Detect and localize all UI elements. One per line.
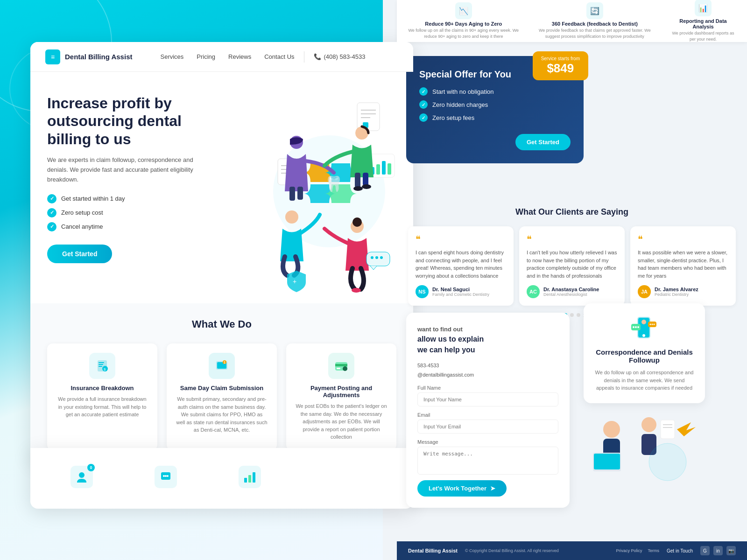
- price-badge: Service starts from $849: [533, 51, 588, 80]
- nav-link-services[interactable]: Services: [160, 53, 183, 60]
- contact-form-section: want to find out allow us to explain we …: [406, 313, 570, 508]
- author-name-3: Dr. James Alvarez: [655, 287, 698, 292]
- social-icon-linkedin[interactable]: in: [713, 546, 723, 555]
- dot-2[interactable]: [570, 313, 574, 317]
- bottom-service-2: [142, 466, 189, 491]
- service-card-payment: Payment Posting and Adjustments We post …: [286, 343, 396, 450]
- hero-illustration: 🦷: [254, 84, 404, 299]
- footer-link-terms[interactable]: Terms: [648, 548, 660, 553]
- svg-point-27: [352, 288, 361, 293]
- author-title-3: Pediatric Dentistry: [655, 292, 698, 297]
- svg-rect-12: [376, 164, 380, 175]
- get-started-button[interactable]: Get Started: [47, 245, 112, 263]
- svg-text:+: +: [293, 278, 296, 285]
- svg-point-64: [650, 324, 651, 325]
- email-label: Email: [417, 412, 558, 418]
- svg-rect-21: [363, 173, 368, 186]
- svg-rect-54: [248, 475, 251, 483]
- message-textarea[interactable]: [417, 447, 558, 475]
- nav-divider: [304, 51, 304, 63]
- svg-rect-17: [289, 187, 295, 201]
- author-title-2: Dental Anesthesiologist: [543, 292, 599, 297]
- service-desc-insurance: We provide a full insurance breakdown in…: [56, 395, 148, 419]
- testimonials-title: What Our Clients are Saying: [408, 207, 736, 217]
- navbar: ≡ Dental Billing Assist Services Pricing…: [30, 42, 413, 72]
- footer: Dental Billing Assist © Copyright Dental…: [397, 541, 747, 560]
- offer-feature-3: Zero setup fees: [419, 113, 571, 122]
- author-avatar-2: AC: [527, 285, 540, 298]
- svg-point-23: [362, 184, 371, 189]
- svg-point-30: [371, 256, 374, 259]
- nav-link-contact[interactable]: Contact Us: [264, 53, 294, 60]
- svg-rect-53: [244, 478, 247, 483]
- offer-check-2: [419, 100, 428, 109]
- svg-point-60: [633, 326, 634, 328]
- email-input[interactable]: [417, 420, 558, 434]
- mini-service-desc-reporting: We provide dashboard reports as per your…: [670, 30, 736, 42]
- testimonial-card-2: ❝ I can't tell you how utterly relieved …: [519, 226, 625, 306]
- svg-point-51: [165, 475, 167, 477]
- svg-point-52: [167, 475, 169, 477]
- svg-rect-36: [99, 366, 102, 367]
- offer-get-started-button[interactable]: Get Started: [515, 134, 571, 150]
- quote-icon-3: ❝: [638, 234, 728, 245]
- svg-point-26: [352, 217, 362, 227]
- footer-link-privacy[interactable]: Privacy Policy: [616, 548, 642, 553]
- nav-link-reviews[interactable]: Reviews: [228, 53, 251, 60]
- mini-service-desc-aging: We follow up on all the claims in 90+ ag…: [408, 28, 519, 39]
- mini-service-aging: 📉 Reduce 90+ Days Aging to Zero We follo…: [408, 2, 519, 39]
- footer-brand: Dental Billing Assist: [408, 548, 458, 553]
- bottom-services-row: 0: [30, 448, 413, 509]
- offer-feature-2: Zero hidden charges: [419, 100, 571, 109]
- check-icon-2: [47, 208, 56, 217]
- social-icon-g[interactable]: G: [700, 546, 710, 555]
- offer-feature-1: Start with no obligation: [419, 87, 571, 96]
- svg-point-47: [79, 472, 85, 478]
- service-card-claim: 1 Same Day Claim Submission We submit pr…: [167, 343, 277, 450]
- right-panel: 📉 Reduce 90+ Days Aging to Zero We follo…: [397, 0, 747, 560]
- service-card-insurance: $ Insurance Breakdown We provide a full …: [47, 343, 157, 450]
- lets-work-button[interactable]: Let's Work Together ➤: [417, 480, 507, 497]
- special-offer-card: Service starts from $849 Special Offer f…: [406, 56, 584, 163]
- svg-point-68: [603, 421, 620, 438]
- mini-service-name-reporting: Reporting and Data Analysis: [670, 18, 736, 29]
- testimonial-author-3: JA Dr. James Alvarez Pediatric Dentistry: [638, 285, 728, 298]
- dot-3[interactable]: [577, 313, 580, 317]
- mini-service-name-feedback: 360 Feedback (feedback to Dentist): [552, 21, 638, 27]
- social-icon-instagram[interactable]: 📷: [726, 546, 736, 555]
- bottom-service-icon-2: [155, 466, 177, 488]
- full-name-input[interactable]: [417, 392, 558, 406]
- svg-rect-20: [355, 173, 360, 188]
- services-grid: $ Insurance Breakdown We provide a full …: [47, 343, 396, 450]
- svg-point-65: [652, 324, 653, 325]
- svg-point-72: [641, 417, 656, 432]
- testimonial-card-1: ❝ I can spend eight hours doing dentistr…: [408, 226, 514, 306]
- testimonial-card-3: ❝ It was possible when we were a slower,…: [630, 226, 736, 306]
- testimonial-text-2: I can't tell you how utterly relieved I …: [527, 249, 617, 280]
- author-name-1: Dr. Neal Saguci: [432, 287, 489, 292]
- logo-text: Dental Billing Assist: [65, 53, 132, 61]
- nav-links: Services Pricing Reviews Contact Us: [160, 53, 294, 60]
- message-label: Message: [417, 439, 558, 445]
- testimonials-grid: ❝ I can spend eight hours doing dentistr…: [408, 226, 736, 306]
- svg-rect-44: [335, 364, 347, 366]
- hero-title: Increase profit by outsourcing dental bi…: [47, 94, 215, 148]
- correspondence-title: Correspondence and Denials Followup: [595, 348, 694, 364]
- svg-rect-45: [337, 368, 340, 369]
- main-card: ≡ Dental Billing Assist Services Pricing…: [30, 42, 413, 462]
- svg-point-66: [654, 324, 655, 325]
- author-title-1: Family and Cosmetic Dentistry: [432, 292, 489, 297]
- svg-point-67: [641, 320, 646, 324]
- author-avatar-3: JA: [638, 285, 651, 298]
- nav-link-pricing[interactable]: Pricing: [197, 53, 215, 60]
- svg-point-22: [353, 186, 363, 191]
- section-title-what-we-do: What We Do: [47, 318, 396, 330]
- footer-social: G in 📷: [700, 546, 736, 555]
- footer-copyright: © Copyright Dental Billing Assist. All r…: [465, 548, 559, 553]
- testimonial-author-1: NS Dr. Neal Saguci Family and Cosmetic D…: [416, 285, 506, 298]
- service-icon-insurance: $: [89, 353, 115, 379]
- svg-point-46: [343, 366, 347, 371]
- quote-icon-1: ❝: [416, 234, 506, 245]
- mini-service-desc-feedback: We provide feedback so that claims get a…: [533, 28, 656, 39]
- service-name-payment: Payment Posting and Adjustments: [296, 385, 387, 399]
